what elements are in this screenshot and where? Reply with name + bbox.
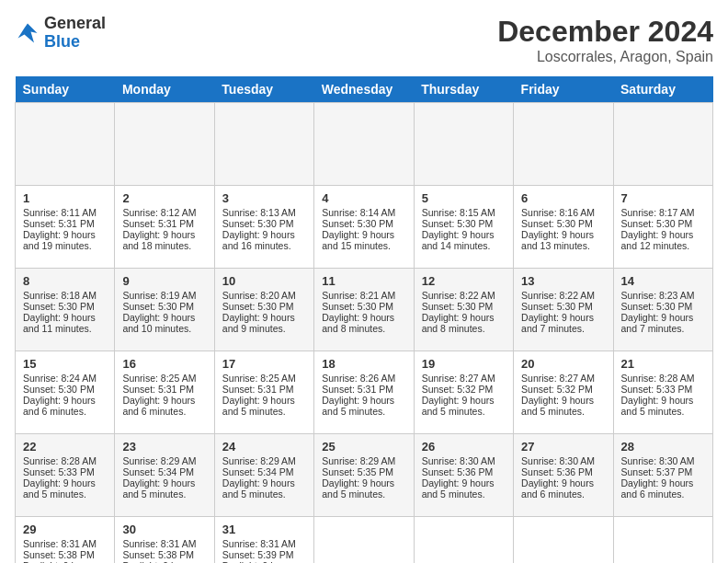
day-number: 27 xyxy=(521,440,605,454)
table-row: 4Sunrise: 8:14 AMSunset: 5:30 PMDaylight… xyxy=(314,186,414,269)
day-number: 17 xyxy=(222,357,306,371)
sunset-text: Sunset: 5:30 PM xyxy=(322,301,405,312)
daylight-text: Daylight: 9 hours and 19 minutes. xyxy=(23,229,107,251)
sunrise-text: Sunrise: 8:15 AM xyxy=(422,207,506,218)
day-number: 14 xyxy=(621,274,705,288)
day-number: 3 xyxy=(222,191,306,205)
calendar-week-4: 22Sunrise: 8:28 AMSunset: 5:33 PMDayligh… xyxy=(16,434,713,517)
table-row: 9Sunrise: 8:19 AMSunset: 5:30 PMDaylight… xyxy=(115,269,214,351)
day-number: 18 xyxy=(322,357,405,371)
sunrise-text: Sunrise: 8:19 AM xyxy=(122,290,206,301)
sunrise-text: Sunrise: 8:26 AM xyxy=(322,373,405,384)
day-number: 23 xyxy=(122,440,206,454)
sunrise-text: Sunrise: 8:25 AM xyxy=(222,373,306,384)
table-row: 6Sunrise: 8:16 AMSunset: 5:30 PMDaylight… xyxy=(514,186,613,269)
sunrise-text: Sunrise: 8:21 AM xyxy=(322,290,405,301)
daylight-text: Daylight: 9 hours and 5 minutes. xyxy=(521,395,605,417)
day-number: 19 xyxy=(422,357,506,371)
header-wednesday: Wednesday xyxy=(314,76,414,103)
table-row: 8Sunrise: 8:18 AMSunset: 5:30 PMDaylight… xyxy=(16,269,115,351)
day-number: 21 xyxy=(621,357,705,371)
daylight-text: Daylight: 9 hours and 5 minutes. xyxy=(322,477,405,500)
table-row xyxy=(514,517,613,564)
day-number: 22 xyxy=(23,440,107,454)
day-number: 11 xyxy=(322,274,405,288)
table-row xyxy=(314,103,414,186)
day-number: 8 xyxy=(23,274,107,288)
sunrise-text: Sunrise: 8:23 AM xyxy=(621,290,705,301)
day-number: 30 xyxy=(122,523,206,536)
table-row: 1Sunrise: 8:11 AMSunset: 5:31 PMDaylight… xyxy=(16,186,115,269)
header: GeneralBlue December 2024 Loscorrales, A… xyxy=(15,15,713,65)
table-row: 19Sunrise: 8:27 AMSunset: 5:32 PMDayligh… xyxy=(414,351,513,434)
day-number: 6 xyxy=(521,191,605,205)
daylight-text: Daylight: 9 hours and 5 minutes. xyxy=(222,395,306,417)
day-number: 7 xyxy=(621,191,705,205)
day-number: 1 xyxy=(23,191,107,205)
sunset-text: Sunset: 5:30 PM xyxy=(621,218,705,229)
daylight-text: Daylight: 9 hours and 15 minutes. xyxy=(322,229,405,251)
sunrise-text: Sunrise: 8:12 AM xyxy=(122,207,206,218)
sunrise-text: Sunrise: 8:24 AM xyxy=(23,373,107,384)
day-number: 5 xyxy=(422,191,506,205)
table-row: 28Sunrise: 8:30 AMSunset: 5:37 PMDayligh… xyxy=(613,434,712,517)
table-row: 3Sunrise: 8:13 AMSunset: 5:30 PMDaylight… xyxy=(214,186,313,269)
calendar-week-2: 8Sunrise: 8:18 AMSunset: 5:30 PMDaylight… xyxy=(16,269,713,351)
header-tuesday: Tuesday xyxy=(214,76,313,103)
sunset-text: Sunset: 5:31 PM xyxy=(23,218,107,229)
daylight-text: Daylight: 9 hours and 14 minutes. xyxy=(422,229,506,251)
daylight-text: Daylight: 9 hours and 12 minutes. xyxy=(621,229,705,251)
header-friday: Friday xyxy=(514,76,613,103)
daylight-text: Daylight: 9 hours and 5 minutes. xyxy=(23,477,107,500)
table-row: 31Sunrise: 8:31 AMSunset: 5:39 PMDayligh… xyxy=(214,517,313,564)
sunset-text: Sunset: 5:30 PM xyxy=(122,301,206,312)
sunrise-text: Sunrise: 8:29 AM xyxy=(122,455,206,466)
table-row: 26Sunrise: 8:30 AMSunset: 5:36 PMDayligh… xyxy=(414,434,513,517)
title-block: December 2024 Loscorrales, Aragon, Spain xyxy=(497,15,713,65)
sunrise-text: Sunrise: 8:28 AM xyxy=(621,373,705,384)
sunrise-text: Sunrise: 8:28 AM xyxy=(23,455,107,466)
table-row: 16Sunrise: 8:25 AMSunset: 5:31 PMDayligh… xyxy=(115,351,214,434)
calendar-week-5: 29Sunrise: 8:31 AMSunset: 5:38 PMDayligh… xyxy=(16,517,713,564)
daylight-text: Daylight: 9 hours and 13 minutes. xyxy=(521,229,605,251)
table-row: 20Sunrise: 8:27 AMSunset: 5:32 PMDayligh… xyxy=(514,351,613,434)
sunset-text: Sunset: 5:30 PM xyxy=(222,301,306,312)
daylight-text: Daylight: 9 hours and 10 minutes. xyxy=(122,312,206,334)
header-thursday: Thursday xyxy=(414,76,513,103)
day-number: 20 xyxy=(521,357,605,371)
table-row: 22Sunrise: 8:28 AMSunset: 5:33 PMDayligh… xyxy=(16,434,115,517)
daylight-text: Daylight: 9 hours and 5 minutes. xyxy=(422,477,506,500)
day-number: 9 xyxy=(122,274,206,288)
subtitle: Loscorrales, Aragon, Spain xyxy=(497,49,713,65)
table-row xyxy=(414,103,513,186)
sunset-text: Sunset: 5:30 PM xyxy=(422,218,506,229)
table-row: 5Sunrise: 8:15 AMSunset: 5:30 PMDaylight… xyxy=(414,186,513,269)
sunset-text: Sunset: 5:34 PM xyxy=(122,466,206,477)
daylight-text: Daylight: 9 hours and 16 minutes. xyxy=(222,229,306,251)
daylight-text: Daylight: 9 hours and 6 minutes. xyxy=(621,477,705,500)
sunrise-text: Sunrise: 8:31 AM xyxy=(122,538,206,549)
day-number: 25 xyxy=(322,440,405,454)
daylight-text: Daylight: 9 hours and 5 minutes. xyxy=(422,395,506,417)
daylight-text: Daylight: 9 hours and 6 minutes. xyxy=(122,395,206,417)
daylight-text: Daylight: 9 hours and 7 minutes. xyxy=(621,312,705,334)
table-row xyxy=(613,517,712,564)
sunset-text: Sunset: 5:38 PM xyxy=(122,549,206,560)
sunset-text: Sunset: 5:38 PM xyxy=(23,549,107,560)
sunset-text: Sunset: 5:30 PM xyxy=(322,218,405,229)
day-number: 10 xyxy=(222,274,306,288)
logo-text: GeneralBlue xyxy=(44,15,106,52)
table-row xyxy=(314,517,414,564)
daylight-text: Daylight: 9 hours and 8 minutes. xyxy=(422,312,506,334)
sunset-text: Sunset: 5:31 PM xyxy=(122,384,206,395)
daylight-text: Daylight: 9 hours and 5 minutes. xyxy=(222,477,306,500)
day-number: 16 xyxy=(122,357,206,371)
logo-icon xyxy=(15,20,40,46)
sunrise-text: Sunrise: 8:11 AM xyxy=(23,207,107,218)
sunset-text: Sunset: 5:31 PM xyxy=(322,384,405,395)
table-row xyxy=(613,103,712,186)
table-row: 17Sunrise: 8:25 AMSunset: 5:31 PMDayligh… xyxy=(214,351,313,434)
sunrise-text: Sunrise: 8:17 AM xyxy=(621,207,705,218)
header-sunday: Sunday xyxy=(16,76,115,103)
day-number: 13 xyxy=(521,274,605,288)
